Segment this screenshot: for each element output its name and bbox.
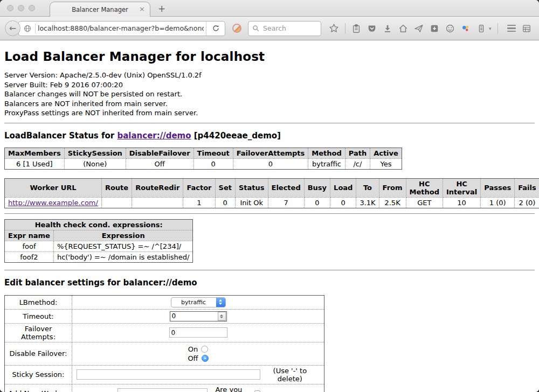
sticky-session-input[interactable] (77, 369, 260, 380)
col-active: Active (370, 148, 402, 158)
toolbar-separator (345, 23, 345, 34)
cell-hc-interval: 10 (443, 197, 480, 208)
tab-title: Balancer Manager (72, 6, 128, 13)
col-busy: Busy (304, 178, 330, 197)
url-input[interactable] (36, 24, 206, 32)
divider (4, 213, 535, 214)
select-stepper-icon (216, 298, 225, 307)
number-stepper-icon[interactable] (218, 312, 226, 321)
col-path: Path (345, 148, 370, 158)
col-worker-url: Worker URL (5, 178, 102, 197)
cell-to: 3.1K (356, 197, 379, 208)
add-worker-input[interactable] (118, 388, 208, 392)
cell-fails: 2 (0) (515, 197, 539, 208)
cell-expr-name: foof2 (5, 251, 54, 262)
zoom-window-button[interactable] (29, 5, 35, 11)
are-you-sure-checkbox[interactable] (254, 390, 260, 392)
radio-off-label: Off (188, 354, 198, 363)
radio-on[interactable] (201, 346, 208, 353)
failover-label: Failover Attempts: (5, 323, 72, 342)
col-disablefailover: DisableFailover (126, 148, 194, 158)
table-header-row: Expr name Expression (5, 230, 193, 241)
form-row-sticky: Sticky Session: (Use '-' to delete) (5, 365, 324, 384)
search-bar[interactable] (248, 21, 321, 36)
chevron-down-icon[interactable]: ▾ (489, 26, 492, 31)
tab-balancer-manager[interactable]: Balancer Manager × (50, 2, 150, 17)
cell-maxmembers: 6 [1 Used] (5, 158, 65, 169)
back-button[interactable]: ← (5, 20, 20, 36)
cell-elected: 7 (268, 197, 304, 208)
minimize-window-button[interactable] (18, 5, 24, 11)
edit-settings-heading: Edit balancer settings for balancer://de… (4, 278, 535, 288)
disable-failover-label: Disable Failover: (5, 342, 72, 365)
cell-route (101, 197, 132, 208)
new-tab-button[interactable]: + (158, 3, 165, 14)
toolbar-separator (497, 23, 498, 34)
pocket-icon[interactable] (367, 24, 377, 33)
col-fails: Fails (515, 178, 539, 197)
cell-expr-name: foof (5, 241, 54, 251)
cell-status: Init Ok (235, 197, 268, 208)
col-status: Status (235, 178, 268, 197)
form-row-lbmethod: LBmethod: bytraffic (5, 295, 324, 309)
col-elected: Elected (268, 178, 304, 197)
cell-load: 0 (330, 197, 356, 208)
cell-stickysession: (None) (64, 158, 126, 169)
col-hc-method: HC Method (406, 178, 443, 197)
table-row: foof %{REQUEST_STATUS} =~ /^[234]/ (5, 241, 193, 251)
timeout-field-wrap (170, 311, 227, 321)
menu-hamburger-icon[interactable] (507, 25, 516, 32)
save-to-device-icon[interactable] (430, 24, 439, 33)
bookmark-star-icon[interactable] (329, 23, 339, 33)
tab-strip: Balancer Manager × + (0, 0, 539, 17)
col-hc-interval: HC Interval (443, 178, 480, 197)
cell-hc-method: GET (406, 197, 443, 208)
form-row-timeout: Timeout: (5, 309, 324, 323)
cell-expression: %{REQUEST_STATUS} =~ /^[234]/ (53, 241, 193, 251)
downloads-icon[interactable] (383, 24, 392, 33)
feedback-smiley-icon[interactable] (445, 24, 455, 33)
cell-expression: hc('body') =~ /domain is established/ (53, 251, 193, 262)
clipboard-manager-icon[interactable] (476, 24, 486, 33)
worker-table: Worker URL Route RouteRedir Factor Set S… (4, 178, 539, 208)
col-timeout: Timeout (194, 148, 233, 158)
status-heading-suffix: [p4420eeae_demo] (191, 131, 281, 141)
failover-attempts-input[interactable] (169, 327, 227, 338)
proxypass-note-line: ProxyPass settings are NOT inherited fro… (4, 108, 535, 118)
timeout-input[interactable] (170, 312, 218, 320)
radio-on-label: On (188, 345, 198, 354)
table-title-row: Health check cond. expressions: (5, 219, 193, 230)
col-set: Set (215, 178, 235, 197)
balancer-status-table: MaxMembers StickySession DisableFailover… (4, 148, 402, 170)
sidebar-grid-icon[interactable] (522, 24, 531, 33)
worker-url-link[interactable]: http://www.example.com/ (8, 199, 98, 207)
url-bar[interactable] (18, 21, 225, 36)
add-worker-label: Add New Worker: (5, 384, 72, 392)
balancer-link[interactable]: balancer://demo (117, 131, 191, 141)
image-block-button[interactable] (231, 23, 243, 34)
search-input[interactable] (260, 24, 318, 33)
col-factor: Factor (183, 178, 215, 197)
health-table-title: Health check cond. expressions: (5, 219, 193, 230)
server-built-line: Server Built: Feb 9 2016 07:00:20 (4, 80, 535, 90)
cell-from: 2.5K (379, 197, 406, 208)
extension-color-dots-icon[interactable] (461, 24, 471, 33)
cell-set: 0 (215, 197, 235, 208)
bookmarks-clipboard-icon[interactable] (351, 24, 361, 33)
health-check-table: Health check cond. expressions: Expr nam… (4, 219, 193, 263)
col-method: Method (308, 148, 345, 158)
divider (4, 123, 535, 124)
reload-button[interactable] (206, 22, 225, 36)
cell-failoverattempts: 0 (233, 158, 308, 169)
close-window-button[interactable] (7, 5, 13, 11)
server-info: Server Version: Apache/2.5.0-dev (Unix) … (4, 71, 535, 118)
lbmethod-select[interactable]: bytraffic (171, 297, 226, 307)
timeout-label: Timeout: (5, 309, 72, 323)
divider (4, 270, 535, 271)
radio-off[interactable] (202, 355, 209, 362)
browser-window: Balancer Manager × + ← (0, 0, 539, 392)
send-tab-icon[interactable] (414, 24, 424, 33)
home-icon[interactable] (398, 24, 408, 33)
tab-close-icon[interactable]: × (139, 5, 145, 13)
edit-balancer-form: LBmethod: bytraffic Timeout: (4, 295, 324, 392)
